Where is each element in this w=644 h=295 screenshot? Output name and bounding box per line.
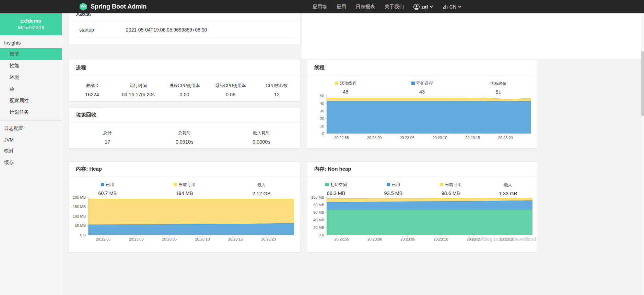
- user-icon: [413, 4, 420, 10]
- sidebar-item[interactable]: 日志配置: [0, 123, 62, 134]
- svg-text:20:23:10: 20:23:10: [195, 237, 210, 241]
- legend-swatch-icon: [387, 183, 390, 186]
- stat-label: 系统CPU使用率: [208, 83, 254, 89]
- sidebar-item[interactable]: 类: [0, 83, 62, 95]
- content-background-remnant: [302, 13, 644, 59]
- legend-text: 最大: [257, 182, 266, 188]
- spring-boot-admin-logo-icon: [79, 2, 87, 11]
- menu-divider: [0, 120, 62, 121]
- svg-text:20:22:55: 20:22:55: [334, 237, 349, 241]
- svg-text:20:23:05: 20:23:05: [400, 237, 415, 241]
- svg-text:20:22:55: 20:22:55: [96, 237, 110, 241]
- stat: 系统CPU使用率0.06: [208, 83, 254, 97]
- stat-value: 0.00: [161, 92, 208, 97]
- metadata-table: startup 2021-05-04T19:06:05.9699859+08:0…: [69, 21, 300, 40]
- brand[interactable]: Spring Boot Admin: [79, 0, 147, 13]
- sidebar: zxfdemo 649ee9813f18 Insights细节性能环境类配置属性…: [0, 13, 62, 295]
- legend-text: 初始空间: [330, 182, 347, 188]
- instance-name: zxfdemo: [3, 18, 59, 24]
- svg-text:100 MB: 100 MB: [73, 214, 86, 218]
- vertical-scrollbar[interactable]: [641, 13, 644, 295]
- svg-text:20:23:00: 20:23:00: [367, 237, 382, 241]
- user-name: zxf: [421, 4, 428, 10]
- navbar-right: 应用墙应用日志报表关于我们 zxf zh-CN: [313, 0, 461, 13]
- svg-text:20:22:55: 20:22:55: [334, 136, 349, 140]
- legend-swatch-icon: [325, 183, 329, 186]
- svg-text:10: 10: [320, 124, 324, 128]
- sidebar-menu: Insights细节性能环境类配置属性计划任务日志配置JVM映射缓存: [0, 35, 62, 169]
- stat: 最大耗时0.0000s: [223, 130, 300, 145]
- stat-value: 17: [69, 139, 146, 145]
- legend-label: 当前可用: [440, 182, 461, 188]
- stat: 运行时间0d 1h 17m 20s: [115, 83, 162, 97]
- sidebar-item[interactable]: 环境: [0, 72, 62, 83]
- stat-label: 运行时间: [115, 83, 162, 89]
- nav-link[interactable]: 应用: [337, 4, 346, 10]
- legend-item: 初始空间66.3 MB: [307, 182, 365, 196]
- legend-text: 当前可用: [179, 182, 195, 188]
- card-garbage-collection: 垃圾回收 总计17总耗时0.0910s最大耗时0.0000s: [69, 107, 300, 148]
- svg-text:20:23:05: 20:23:05: [400, 136, 414, 140]
- svg-text:20:23:15: 20:23:15: [228, 237, 243, 241]
- svg-text:40: 40: [320, 101, 324, 106]
- svg-text:30: 30: [320, 109, 324, 113]
- instance-header[interactable]: zxfdemo 649ee9813f18: [0, 13, 62, 35]
- process-stats: 进程ID16224运行时间0d 1h 17m 20s进程CPU使用率0.00系统…: [69, 75, 300, 97]
- legend-label: 线程峰值: [490, 81, 507, 87]
- svg-text:200 MB: 200 MB: [73, 195, 86, 199]
- sidebar-item[interactable]: JVM: [0, 134, 62, 145]
- svg-text:20:23:20: 20:23:20: [261, 237, 276, 241]
- sidebar-item[interactable]: 映射: [0, 145, 62, 157]
- nav-link[interactable]: 关于我们: [385, 4, 404, 10]
- legend-label: 已用: [387, 182, 400, 188]
- watermark: https://blog.csdn.net/nevelliland: [469, 236, 536, 242]
- sidebar-item[interactable]: 性能: [0, 60, 62, 72]
- sidebar-item[interactable]: 缓存: [0, 157, 62, 169]
- stat-value: 12: [254, 92, 300, 97]
- stat: 进程CPU使用率0.00: [161, 83, 208, 97]
- instance-id: 649ee9813f18: [3, 25, 59, 30]
- legend-item: 守护进程43: [384, 80, 460, 95]
- legend-label: 活动线程: [335, 81, 356, 86]
- heap-legend: 已用60.7 MB当前可用194 MB最大2.12 GB: [69, 177, 300, 196]
- locale-menu[interactable]: zh-CN: [443, 4, 461, 10]
- svg-text:20:23:10: 20:23:10: [433, 136, 447, 140]
- stat-label: CPU核心数: [254, 83, 300, 89]
- sidebar-item[interactable]: 细节: [0, 48, 62, 60]
- legend-text: 线程峰值: [490, 81, 507, 87]
- svg-text:60 MB: 60 MB: [313, 210, 324, 214]
- sidebar-item[interactable]: 配置属性: [0, 95, 62, 107]
- scrollbar-thumb[interactable]: [641, 51, 644, 116]
- sidebar-item[interactable]: Insights: [0, 37, 62, 48]
- legend-text: 已用: [392, 182, 400, 188]
- legend-text: 活动线程: [340, 81, 356, 86]
- svg-text:40 MB: 40 MB: [313, 218, 324, 222]
- user-menu[interactable]: zxf: [413, 4, 433, 10]
- stat: 进程ID16224: [69, 83, 115, 97]
- legend-swatch-icon: [335, 82, 338, 85]
- nonheap-legend: 初始空间66.3 MB已用93.5 MB当前可用98.6 MB最大1.33 GB: [307, 177, 537, 196]
- svg-text:50: 50: [320, 94, 324, 98]
- stat: CPU核心数12: [254, 83, 300, 97]
- stat-label: 最大耗时: [223, 130, 300, 136]
- metadata-value: 2021-05-04T19:06:05.9699859+08:00: [126, 27, 207, 33]
- card-threads: 线程 活动线程48守护进程43线程峰值51 0102030405020:22:5…: [307, 60, 537, 148]
- svg-text:50 MB: 50 MB: [75, 223, 86, 228]
- legend-text: 最大: [504, 182, 512, 188]
- svg-text:20:23:05: 20:23:05: [162, 237, 177, 241]
- legend-label: 已用: [101, 182, 114, 188]
- legend-text: 当前可用: [445, 182, 461, 188]
- stat-value: 0.06: [208, 92, 254, 97]
- nav-link[interactable]: 日志报表: [356, 4, 375, 10]
- legend-swatch-icon: [101, 183, 104, 186]
- svg-text:20:23:15: 20:23:15: [465, 136, 480, 140]
- heap-card-title: 内存: Heap: [69, 162, 300, 177]
- legend-item: 最大2.12 GB: [223, 182, 300, 196]
- sidebar-item[interactable]: 计划任务: [0, 107, 62, 118]
- chevron-down-icon: [458, 5, 461, 8]
- nav-link[interactable]: 应用墙: [313, 4, 327, 10]
- svg-text:20 MB: 20 MB: [313, 225, 324, 230]
- svg-text:0: 0: [322, 132, 324, 136]
- nonheap-chart: 0 B20 MB40 MB60 MB80 MB100 MB20:22:5520:…: [309, 195, 536, 243]
- legend-item: 线程峰值51: [460, 80, 537, 95]
